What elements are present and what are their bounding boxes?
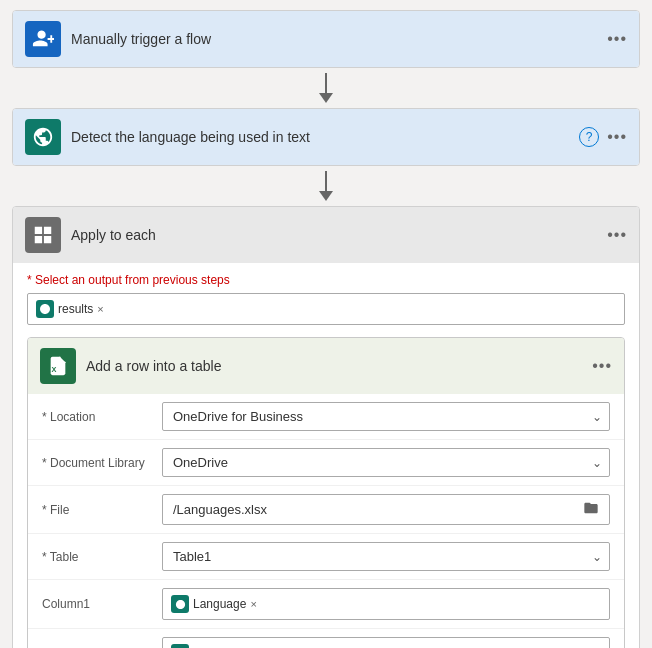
apply-ellipsis[interactable]: ••• xyxy=(607,226,627,244)
arrow-1 xyxy=(319,68,333,108)
column1-field: Language × xyxy=(162,588,610,620)
confidence-tag-icon xyxy=(171,644,189,648)
detect-help-icon[interactable]: ? xyxy=(579,127,599,147)
location-row: * Location OneDrive for Business ⌄ xyxy=(28,394,624,440)
excel-icon: X xyxy=(40,348,76,384)
arrow-line-1 xyxy=(325,73,327,93)
table-select-wrapper[interactable]: Table1 ⌄ xyxy=(162,542,610,571)
file-row: * File /Languages.xlsx xyxy=(28,486,624,534)
apply-title: Apply to each xyxy=(71,227,597,243)
file-label: * File xyxy=(42,503,162,517)
add-row-card: X Add a row into a table ••• * Location xyxy=(27,337,625,648)
arrow-line-2 xyxy=(325,171,327,191)
detect-title: Detect the language being used in text xyxy=(71,129,569,145)
table-select[interactable]: Table1 xyxy=(162,542,610,571)
column1-row: Column1 Language xyxy=(28,580,624,629)
file-input[interactable]: /Languages.xlsx xyxy=(162,494,610,525)
table-row: * Table Table1 ⌄ xyxy=(28,534,624,580)
doc-library-select[interactable]: OneDrive xyxy=(162,448,610,477)
flow-container: Manually trigger a flow ••• Detect the l… xyxy=(10,10,642,648)
results-tag: results × xyxy=(36,300,104,318)
location-label: * Location xyxy=(42,410,162,424)
column2-input[interactable]: Confidence sco... × xyxy=(162,637,610,648)
arrow-head-2 xyxy=(319,191,333,201)
apply-header: Apply to each ••• xyxy=(13,207,639,263)
table-label: * Table xyxy=(42,550,162,564)
results-tag-text: results xyxy=(58,302,93,316)
location-field: OneDrive for Business ⌄ xyxy=(162,402,610,431)
trigger-actions: ••• xyxy=(607,30,627,48)
detect-step: Detect the language being used in text ?… xyxy=(12,108,640,166)
apply-actions: ••• xyxy=(607,226,627,244)
detect-header: Detect the language being used in text ?… xyxy=(13,109,639,165)
language-tag: Language × xyxy=(171,595,257,613)
add-row-body: * Location OneDrive for Business ⌄ xyxy=(28,394,624,648)
location-select[interactable]: OneDrive for Business xyxy=(162,402,610,431)
detect-icon xyxy=(25,119,61,155)
doc-library-row: * Document Library OneDrive ⌄ xyxy=(28,440,624,486)
add-row-title: Add a row into a table xyxy=(86,358,582,374)
doc-library-label: * Document Library xyxy=(42,456,162,470)
table-field: Table1 ⌄ xyxy=(162,542,610,571)
add-row-header: X Add a row into a table ••• xyxy=(28,338,624,394)
location-select-wrapper[interactable]: OneDrive for Business ⌄ xyxy=(162,402,610,431)
confidence-tag: Confidence sco... × xyxy=(171,644,296,648)
column2-field: Confidence sco... × xyxy=(162,637,610,648)
language-tag-text: Language xyxy=(193,597,246,611)
arrow-2 xyxy=(319,166,333,206)
file-browse-icon[interactable] xyxy=(583,500,599,519)
results-tag-close[interactable]: × xyxy=(97,303,103,315)
arrow-head-1 xyxy=(319,93,333,103)
add-row-ellipsis[interactable]: ••• xyxy=(592,357,612,375)
trigger-icon xyxy=(25,21,61,57)
file-value: /Languages.xlsx xyxy=(173,502,267,517)
trigger-header: Manually trigger a flow ••• xyxy=(13,11,639,67)
detect-ellipsis[interactable]: ••• xyxy=(607,128,627,146)
trigger-step: Manually trigger a flow ••• xyxy=(12,10,640,68)
trigger-title: Manually trigger a flow xyxy=(71,31,597,47)
trigger-ellipsis[interactable]: ••• xyxy=(607,30,627,48)
results-tag-icon xyxy=(36,300,54,318)
select-output-label: * Select an output from previous steps xyxy=(27,273,625,287)
column1-label: Column1 xyxy=(42,597,162,611)
apply-to-each-card: Apply to each ••• * Select an output fro… xyxy=(12,206,640,648)
language-tag-close[interactable]: × xyxy=(250,598,256,610)
column2-row: Column2 Confidence sc xyxy=(28,629,624,648)
file-field: /Languages.xlsx xyxy=(162,494,610,525)
language-tag-icon xyxy=(171,595,189,613)
add-row-actions: ••• xyxy=(592,357,612,375)
column1-input[interactable]: Language × xyxy=(162,588,610,620)
apply-body: * Select an output from previous steps r… xyxy=(13,263,639,648)
svg-text:X: X xyxy=(52,365,57,374)
detect-actions: ? ••• xyxy=(579,127,627,147)
doc-library-select-wrapper[interactable]: OneDrive ⌄ xyxy=(162,448,610,477)
select-output-input[interactable]: results × xyxy=(27,293,625,325)
apply-icon xyxy=(25,217,61,253)
doc-library-field: OneDrive ⌄ xyxy=(162,448,610,477)
